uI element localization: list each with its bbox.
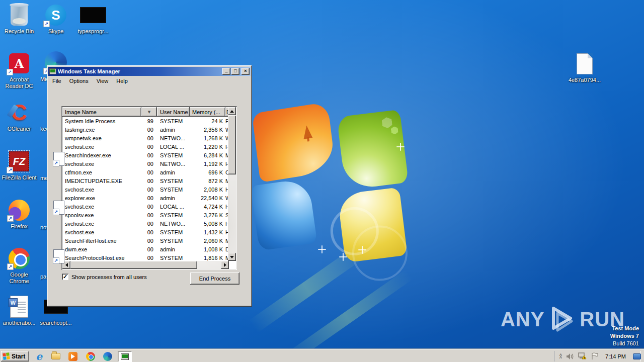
scroll-up-button[interactable] [228,107,236,115]
desktop-icon-typesprogr[interactable]: typesprogr... [75,4,111,35]
icon-label: Recycle Bin [2,28,37,35]
menu-item[interactable]: Options [65,77,93,85]
network-warning-icon[interactable]: ! [578,352,587,360]
process-row[interactable]: svchost.exe 00 LOCAL ... 1,220 K H [62,142,230,151]
icon-label: anotherabo... [2,320,37,326]
sparkle [396,143,401,148]
task-manager-icon [49,68,56,74]
task-manager-window: Windows Task Manager _ □ × FileOptionsVi… [47,65,252,307]
process-memory: 696 K [190,169,225,175]
taskbar-task-manager-button-active[interactable] [118,351,132,362]
minimize-button[interactable]: _ [222,68,230,75]
process-memory: 2,008 K [190,187,225,193]
taskbar-chrome[interactable] [86,351,95,361]
show-hidden-icons-chevron[interactable]: ˄˄ [559,354,562,359]
file-icon [577,53,593,74]
process-row[interactable]: SearchProtocolHost.exe 00 SYSTEM 1,816 K… [62,253,230,261]
vertical-scrollbar[interactable] [228,107,236,261]
shortcut-arrow-icon: ↗ [7,69,13,75]
process-cpu: 00 [141,144,157,150]
desktop-icon-chrome[interactable]: ↗ Google Chrome [2,247,37,285]
desktop-icon-anotherabo[interactable]: anotherabo... [2,296,37,326]
shortcut-arrow-icon: ↗ [53,209,59,215]
menu-item[interactable]: View [93,77,113,85]
show-all-users-checkbox[interactable]: ✓ [62,274,68,280]
process-memory: 5,008 K [190,221,225,227]
process-row[interactable]: svchost.exe 00 NETWO... 1,192 K H [62,159,230,168]
task-manager-icon [121,353,129,360]
horizontal-scrollbar[interactable] [62,261,229,269]
process-row[interactable]: ctfmon.exe 00 admin 696 K C [62,168,230,176]
title-bar[interactable]: Windows Task Manager _ □ × [48,67,251,76]
show-all-users-label: Show processes from all users [71,274,147,280]
process-user: SYSTEM [157,178,190,184]
process-user: NETWO... [157,161,190,167]
process-memory: 872 K [190,178,225,184]
process-user: SYSTEM [157,187,190,193]
process-row[interactable]: SearchIndexer.exe 00 SYSTEM 6,284 K M [62,151,230,159]
column-headers: Image Name ▾ User Name Memory (... D [62,107,230,117]
taskbar-internet-explorer[interactable]: e [34,351,44,361]
process-user: NETWO... [157,135,190,141]
process-row[interactable]: taskmgr.exe 00 admin 2,356 K W [62,125,230,134]
process-name: svchost.exe [62,161,141,167]
desktop-icon-firefox[interactable]: ↗ Firefox [2,199,37,230]
test-mode-label: Test Mode [610,325,639,332]
process-user: LOCAL ... [157,204,190,210]
taskbar-windows-explorer[interactable] [51,351,60,361]
desktop-icon-ccleaner[interactable]: C CCleaner [2,102,37,132]
process-row[interactable]: dwm.exe 00 admin 1,008 K D [62,245,230,253]
taskbar-edge[interactable] [103,351,112,361]
filezilla-icon: FZ↗ [9,151,29,171]
maximize-button[interactable]: □ [231,68,239,75]
process-row[interactable]: SearchFilterHost.exe 00 SYSTEM 2,060 K M [62,236,230,245]
end-process-button[interactable]: End Process [190,273,239,285]
icon-label: Google Chrome [2,272,37,285]
scroll-right-button[interactable] [221,261,229,269]
menu-item[interactable]: Help [112,77,132,85]
scroll-down-button[interactable] [228,253,236,261]
desktop-icon-recycle-bin[interactable]: Recycle Bin [2,4,37,35]
process-memory: 22,540 K [190,195,225,201]
process-row[interactable]: IMEDICTUPDATE.EXE 00 SYSTEM 872 K M [62,176,230,185]
horizontal-scroll-thumb[interactable] [70,261,197,269]
desktop-icon-hashfile[interactable]: 4e87a0794... [567,53,602,83]
desktop: Recycle Bin A↗ Acrobat Reader DC C CClea… [0,0,644,362]
menu-item[interactable]: File [48,77,65,85]
process-row[interactable]: svchost.exe 00 LOCAL ... 4,724 K H [62,202,230,211]
icon-label: Skype [38,28,73,35]
column-header-memory[interactable]: Memory (... [190,107,225,117]
column-header-image-name[interactable]: Image Name [62,107,141,117]
process-memory: 1,432 K [190,229,225,235]
process-row[interactable]: svchost.exe 00 SYSTEM 1,432 K H [62,228,230,236]
process-row[interactable]: System Idle Process 99 SYSTEM 24 K Pe [62,117,230,125]
show-desktop-button[interactable] [633,353,641,359]
process-user: admin [157,195,190,201]
column-header-user-name[interactable]: User Name [157,107,190,117]
close-button[interactable]: × [242,68,250,75]
process-memory: 1,268 K [190,135,225,141]
action-center-flag-icon[interactable] [591,352,598,360]
firefox-icon: ↗ [9,200,30,221]
process-row[interactable]: svchost.exe 00 NETWO... 5,008 K H [62,219,230,228]
process-user: SYSTEM [157,118,190,124]
process-row[interactable]: explorer.exe 00 admin 22,540 K W [62,194,230,202]
process-name: svchost.exe [62,187,141,193]
volume-icon[interactable] [566,353,574,360]
desktop-icon-acrobat[interactable]: A↗ Acrobat Reader DC [2,52,37,89]
process-memory: 1,192 K [190,161,225,167]
desktop-icon-filezilla[interactable]: FZ↗ FileZilla Client [2,150,37,181]
process-row[interactable]: svchost.exe 00 SYSTEM 2,008 K H [62,185,230,194]
start-button[interactable]: Start [1,351,29,361]
os-info: Test Mode Windows 7 Build 7601 [610,325,639,347]
desktop-icon-skype[interactable]: S↗ Skype [38,4,73,35]
vertical-scroll-thumb[interactable] [228,116,236,174]
column-header-cpu-sort[interactable]: ▾ [141,107,157,117]
taskbar-media-player[interactable] [68,351,77,361]
process-row[interactable]: spoolsv.exe 00 SYSTEM 3,276 K Sp [62,211,230,219]
icon-label: typesprogr... [75,28,111,35]
window-title: Windows Task Manager [58,68,221,74]
taskbar-clock[interactable]: 7:14 PM [602,353,629,359]
process-row[interactable]: wmpnetwk.exe 00 NETWO... 1,268 K W [62,134,230,142]
wallpaper-windows-flag [246,98,414,268]
